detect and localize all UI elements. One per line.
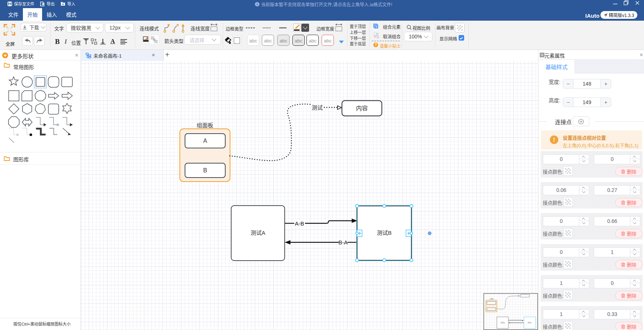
svg-text:内容: 内容 — [356, 103, 368, 112]
svg-text:测试A: 测试A — [501, 322, 505, 324]
svg-text:B-A: B-A — [338, 239, 347, 245]
svg-text:测试B: 测试B — [377, 228, 391, 236]
svg-text:B: B — [203, 167, 207, 173]
svg-text:测试: 测试 — [312, 103, 323, 111]
svg-text:组面板: 组面板 — [196, 121, 213, 129]
svg-text:测试A: 测试A — [250, 228, 265, 236]
svg-text:A: A — [203, 138, 207, 144]
svg-text:测试B: 测试B — [528, 322, 532, 324]
svg-text:A-B: A-B — [295, 220, 304, 227]
